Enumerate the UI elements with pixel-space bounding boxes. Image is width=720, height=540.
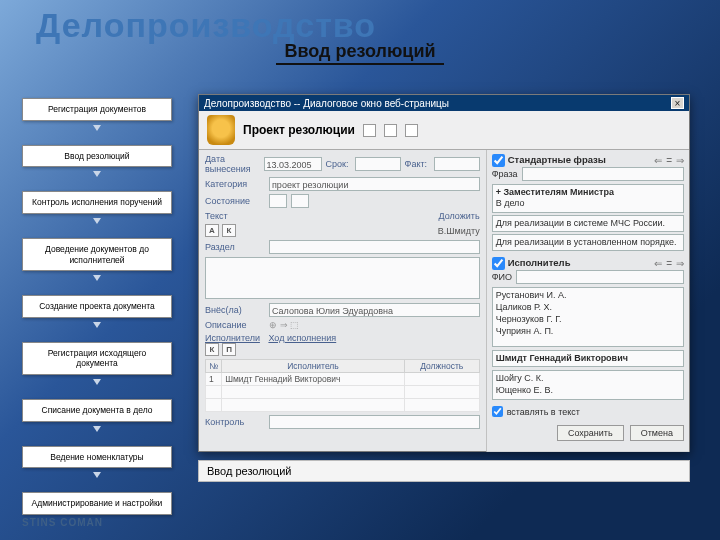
sidebar-item-deliver[interactable]: Доведение документов до исполнителей: [22, 238, 172, 271]
list-item[interactable]: Шойгу С. К.: [496, 372, 680, 384]
dialog-window-title: Делопроизводство -- Диалоговое окно веб-…: [204, 98, 449, 109]
toolbar-icon[interactable]: [405, 124, 418, 137]
sidebar-item-draft[interactable]: Создание проекта документа: [22, 295, 172, 318]
phrase-block[interactable]: + Заместителям Министра В дело: [492, 184, 684, 213]
th-post: Должность: [404, 360, 479, 373]
toolbar-icon[interactable]: [363, 124, 376, 137]
tab-executors[interactable]: Исполнители: [205, 333, 260, 343]
section-input[interactable]: [269, 240, 480, 254]
resolution-dialog: Делопроизводство -- Диалоговое окно веб-…: [198, 94, 690, 452]
close-icon[interactable]: ×: [671, 97, 684, 109]
cell-num: 1: [206, 373, 222, 386]
table-row[interactable]: 1 Шмидт Геннадий Викторович: [206, 373, 480, 386]
list-item[interactable]: Рустанович И. А.: [496, 289, 680, 301]
executor-list-2[interactable]: Шойгу С. К. Ющенко Е. В.: [492, 370, 684, 400]
subtitle: Ввод резолюций: [276, 41, 443, 65]
assignee-text: В.Шмидту: [438, 226, 480, 236]
text-label: Текст: [205, 211, 265, 221]
sidebar-item-nomenclature[interactable]: Ведение номенклатуры: [22, 446, 172, 469]
text-button[interactable]: Доложить: [439, 211, 480, 221]
arrow-icon: [93, 379, 101, 385]
cell-name: Шмидт Геннадий Викторович: [222, 373, 405, 386]
sidebar-item-register[interactable]: Регистрация документов: [22, 98, 172, 121]
state-label: Состояние: [205, 196, 265, 206]
arrow-icon: [93, 171, 101, 177]
nav-arrows[interactable]: ⇐=⇒: [654, 258, 684, 269]
right-panel: Стандартные фразы ⇐=⇒ Фраза + Заместител…: [486, 150, 689, 452]
th-num: №: [206, 360, 222, 373]
insert-checkbox[interactable]: [492, 406, 503, 417]
kp-p[interactable]: П: [222, 343, 236, 356]
phrase-input[interactable]: [522, 167, 684, 181]
th-executor: Исполнитель: [222, 360, 405, 373]
arrow-icon: [93, 426, 101, 432]
deadline-input[interactable]: [355, 157, 401, 171]
tab-k[interactable]: К: [222, 224, 236, 237]
sidebar-item-control[interactable]: Контроль исполнения поручений: [22, 191, 172, 214]
page-title: Делопроизводство: [0, 0, 720, 45]
executors-table: № Исполнитель Должность 1 Шмидт Геннадий…: [205, 359, 480, 412]
list-item[interactable]: Чуприян А. П.: [496, 325, 680, 337]
controller-input[interactable]: [269, 415, 480, 429]
sidebar: Регистрация документов Ввод резолюций Ко…: [22, 98, 172, 515]
sidebar-item-resolutions[interactable]: Ввод резолюций: [22, 145, 172, 168]
nav-arrows[interactable]: ⇐=⇒: [654, 155, 684, 166]
arrow-icon: [93, 218, 101, 224]
selected-executor[interactable]: Шмидт Геннадий Викторович: [492, 350, 684, 367]
category-label: Категория: [205, 179, 265, 189]
author-label: Внёс(ла): [205, 305, 265, 315]
arrow-icon: [93, 125, 101, 131]
save-button[interactable]: Сохранить: [557, 425, 624, 441]
text-area[interactable]: [205, 257, 480, 299]
sidebar-item-writeoff[interactable]: Списание документа в дело: [22, 399, 172, 422]
list-item[interactable]: Цаликов Р. Х.: [496, 301, 680, 313]
fact-label: Факт:: [405, 159, 430, 169]
date-input[interactable]: 13.03.2005: [264, 157, 322, 171]
dialog-titlebar: Делопроизводство -- Диалоговое окно веб-…: [199, 95, 689, 111]
fio-label: ФИО: [492, 272, 512, 282]
state-cell[interactable]: [269, 194, 287, 208]
toolbar-icon[interactable]: [384, 124, 397, 137]
caption-bar: Ввод резолюций: [198, 460, 690, 482]
cell-post: [404, 373, 479, 386]
list-item[interactable]: Чернозуков Г. Г.: [496, 313, 680, 325]
arrow-icon: [93, 275, 101, 281]
arrow-icon: [93, 472, 101, 478]
sidebar-item-admin[interactable]: Администрирование и настройки: [22, 492, 172, 515]
tab-a[interactable]: А: [205, 224, 219, 237]
fio-input[interactable]: [516, 270, 684, 284]
footer-logo: STINS COMAN: [22, 517, 103, 528]
executor-list[interactable]: Рустанович И. А. Цаликов Р. Х. Чернозуко…: [492, 287, 684, 347]
phrase-label: Фраза: [492, 169, 518, 179]
std-phrases-label: Стандартные фразы: [508, 154, 606, 165]
phrase-block[interactable]: Для реализации в системе МЧС России.: [492, 215, 684, 232]
date-label: Дата вынесения: [205, 154, 260, 174]
arrow-icon: [93, 322, 101, 328]
deadline-label: Срок:: [326, 159, 351, 169]
phrase-block[interactable]: Для реализации в установленном порядке.: [492, 234, 684, 251]
executor-checkbox[interactable]: [492, 257, 505, 270]
tab-progress[interactable]: Ход исполнения: [268, 333, 336, 343]
category-input[interactable]: проект резолюции: [269, 177, 480, 191]
sidebar-item-outgoing[interactable]: Регистрация исходящего документа: [22, 342, 172, 375]
std-phrases-checkbox[interactable]: [492, 154, 505, 167]
executor-label: Исполнитель: [508, 257, 571, 268]
section-label: Раздел: [205, 242, 265, 252]
emblem-icon: [207, 115, 235, 145]
author-input[interactable]: Салопова Юлия Эдуардовна: [269, 303, 480, 317]
dialog-title: Проект резолюции: [243, 123, 355, 137]
state-cell[interactable]: [291, 194, 309, 208]
description-label: Описание: [205, 320, 265, 330]
form-panel: Дата вынесения 13.03.2005 Срок: Факт: Ка…: [199, 150, 486, 452]
fact-input[interactable]: [434, 157, 480, 171]
cancel-button[interactable]: Отмена: [630, 425, 684, 441]
list-item[interactable]: Ющенко Е. В.: [496, 384, 680, 396]
kp-k[interactable]: К: [205, 343, 219, 356]
insert-label: вставлять в текст: [507, 407, 580, 417]
controller-label: Контроль: [205, 417, 265, 427]
dialog-header: Проект резолюции: [199, 111, 689, 150]
